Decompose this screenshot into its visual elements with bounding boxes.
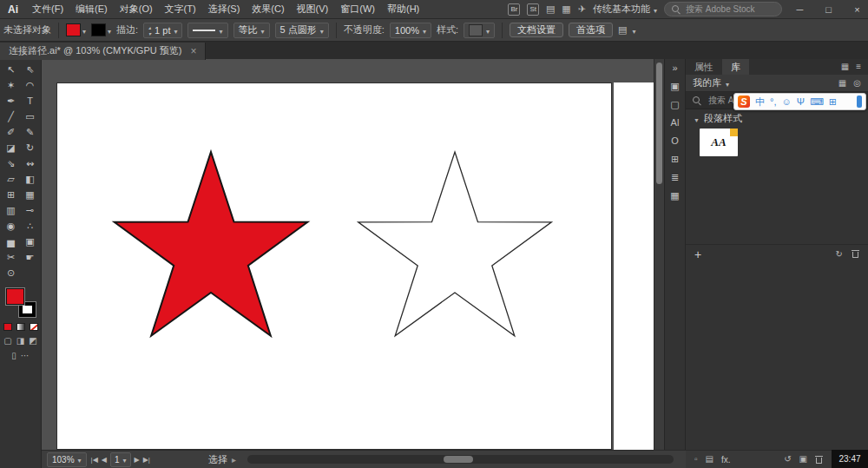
menu-help[interactable]: 帮助(H): [381, 3, 425, 16]
stroke-style-combo[interactable]: [187, 23, 227, 38]
history-icon[interactable]: [784, 455, 791, 464]
arrange-documents-icon[interactable]: ▤: [546, 3, 555, 15]
stock-search-input[interactable]: [684, 3, 774, 15]
fill-color-well[interactable]: [6, 288, 24, 305]
menu-effect[interactable]: 效果(C): [246, 3, 290, 16]
add-content-button[interactable]: +: [694, 248, 701, 260]
sync-icon[interactable]: [836, 250, 843, 259]
ime-toolbox-icon[interactable]: ⊞: [829, 97, 837, 107]
draw-normal-button[interactable]: [3, 337, 11, 346]
free-transform-tool[interactable]: ▱: [2, 171, 21, 187]
menu-type[interactable]: 文字(T): [159, 3, 202, 16]
fill-color-picker[interactable]: [66, 23, 86, 36]
library-selector[interactable]: 我的库: [693, 76, 729, 89]
stroke-width-combo[interactable]: 1 pt: [143, 23, 182, 38]
lasso-tool[interactable]: ◠: [21, 77, 40, 93]
tab-close-icon[interactable]: ×: [190, 45, 196, 57]
workspace-switcher[interactable]: 传统基本功能: [593, 3, 657, 16]
blend-tool[interactable]: ◉: [2, 218, 21, 234]
artboards-panel-icon[interactable]: ▢: [670, 100, 679, 109]
ime-mic-icon[interactable]: Ψ: [797, 97, 805, 107]
scale-tool[interactable]: ⇘: [2, 155, 21, 171]
pen-tool[interactable]: ✒: [2, 93, 21, 109]
draw-inside-button[interactable]: [29, 337, 36, 346]
ime-punctuation-icon[interactable]: °,: [770, 97, 776, 107]
style-combo[interactable]: [464, 23, 495, 38]
vertical-scrollbar[interactable]: [654, 59, 664, 450]
eraser-tool[interactable]: ◪: [2, 140, 21, 155]
menu-window[interactable]: 窗口(W): [334, 3, 381, 16]
libraries-panel-icon[interactable]: Al: [671, 118, 680, 128]
panel-menu-icon[interactable]: [856, 63, 861, 71]
outline-star[interactable]: [358, 152, 552, 336]
slice-tool[interactable]: ✂: [2, 249, 21, 265]
status-flyout-icon[interactable]: [232, 455, 236, 465]
fx-button[interactable]: fx.: [721, 455, 731, 465]
eyedropper-tool[interactable]: ⊸: [21, 202, 40, 218]
layers-panel-icon[interactable]: ≣: [671, 173, 679, 182]
ime-chinese-mode[interactable]: 中: [755, 97, 765, 107]
align-panel-icon[interactable]: ⊞: [671, 155, 679, 164]
step-up-icon[interactable]: [148, 24, 151, 30]
vertical-scrollbar-thumb[interactable]: [656, 63, 662, 184]
minimize-button[interactable]: ─: [789, 0, 811, 19]
maximize-button[interactable]: □: [818, 0, 839, 19]
red-star[interactable]: [115, 152, 308, 336]
export-panel-icon[interactable]: ▣: [670, 82, 679, 91]
bridge-button[interactable]: Br: [508, 3, 520, 16]
gradient-tool[interactable]: ▥: [2, 202, 21, 218]
edit-toolbar-button[interactable]: [21, 352, 30, 360]
rectangle-tool[interactable]: ▭: [21, 109, 40, 124]
menu-view[interactable]: 视图(V): [291, 3, 335, 16]
ime-keyboard-icon[interactable]: ⌨: [810, 97, 824, 107]
none-mode-button[interactable]: [30, 323, 38, 331]
width-tool[interactable]: ↭: [21, 155, 40, 171]
brush-definition-combo[interactable]: 5 点圆形: [275, 23, 329, 38]
sogou-logo[interactable]: S: [738, 96, 750, 108]
share-icon[interactable]: ✈: [578, 3, 586, 15]
hand-tool[interactable]: ☛: [21, 249, 40, 265]
disclosure-triangle-icon[interactable]: [694, 114, 700, 124]
artboard-number-combo[interactable]: 1: [110, 452, 131, 467]
type-tool[interactable]: T: [21, 93, 40, 109]
column-graph-tool[interactable]: ▅: [2, 234, 21, 249]
control-panel-menu-icon[interactable]: [618, 24, 627, 36]
gradient-mode-button[interactable]: [16, 323, 25, 331]
menu-edit[interactable]: 编辑(E): [69, 3, 114, 16]
ime-handle[interactable]: [857, 96, 862, 108]
artboard-tool[interactable]: ▣: [21, 234, 40, 249]
paragraph-style-item[interactable]: AA: [700, 129, 738, 156]
last-artboard-button[interactable]: ▶|: [143, 456, 150, 464]
tab-libraries[interactable]: 库: [722, 59, 749, 75]
symbol-sprayer-tool[interactable]: ∴: [21, 218, 40, 234]
next-artboard-button[interactable]: ▶: [135, 456, 140, 464]
close-button[interactable]: ×: [846, 0, 868, 19]
menu-select[interactable]: 选择(S): [202, 3, 247, 16]
stroke-width-stepper[interactable]: [148, 24, 151, 36]
menu-object[interactable]: 对象(O): [114, 3, 159, 16]
stroke-color-picker[interactable]: [91, 23, 111, 36]
paintbrush-tool[interactable]: ✐: [2, 124, 21, 140]
view-grid-icon[interactable]: [838, 79, 846, 88]
horizontal-scrollbar-thumb[interactable]: [444, 456, 473, 463]
first-artboard-button[interactable]: |◀: [91, 456, 98, 464]
zoom-tool[interactable]: ⊙: [2, 265, 21, 280]
appearance-list-icon[interactable]: [706, 455, 713, 464]
paragraph-styles-section[interactable]: 段落样式: [686, 111, 868, 126]
appearance-panel-icon[interactable]: O: [671, 136, 679, 146]
transform-panel-icon[interactable]: ▦: [670, 191, 679, 201]
tab-properties[interactable]: 属性: [686, 59, 722, 75]
normal-view-icon[interactable]: [694, 455, 698, 464]
shape-builder-tool[interactable]: ◧: [21, 171, 40, 187]
pencil-tool[interactable]: ✎: [21, 124, 40, 140]
document-setup-button[interactable]: 文档设置: [510, 23, 563, 37]
screen-mode-button[interactable]: [11, 352, 16, 360]
selection-tool[interactable]: ↖: [2, 62, 21, 77]
panel-delete-icon[interactable]: [815, 455, 823, 465]
opacity-combo[interactable]: 100%: [390, 23, 431, 38]
mesh-tool[interactable]: ▦: [21, 187, 40, 202]
color-mode-button[interactable]: [3, 323, 12, 331]
zoom-level-combo[interactable]: 103%: [47, 452, 87, 467]
illustrator-logo[interactable]: Ai: [0, 3, 26, 16]
new-item-icon[interactable]: [799, 455, 807, 464]
